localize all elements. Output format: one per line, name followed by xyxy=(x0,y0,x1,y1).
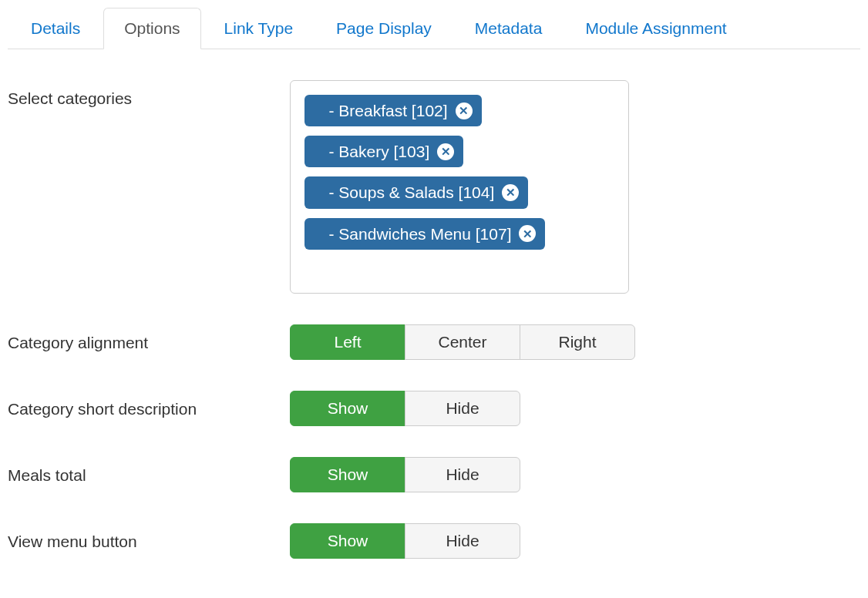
alignment-option-left[interactable]: Left xyxy=(290,324,405,360)
short-desc-toggle: Show Hide xyxy=(290,391,520,426)
meals-total-toggle: Show Hide xyxy=(290,457,520,492)
categories-select[interactable]: - Breakfast [102]✕ - Bakery [103]✕ - Sou… xyxy=(290,80,629,294)
category-tag-label: - Soups & Salads [104] xyxy=(315,183,494,202)
tab-page-display[interactable]: Page Display xyxy=(316,8,452,49)
category-tag[interactable]: - Sandwiches Menu [107]✕ xyxy=(304,218,545,250)
meals-total-show[interactable]: Show xyxy=(290,457,405,492)
tab-link-type[interactable]: Link Type xyxy=(204,8,314,49)
label-view-menu-button: View menu button xyxy=(8,523,290,551)
meals-total-hide[interactable]: Hide xyxy=(405,457,520,492)
tab-details[interactable]: Details xyxy=(11,8,100,49)
label-meals-total: Meals total xyxy=(8,457,290,485)
tab-options[interactable]: Options xyxy=(103,8,200,49)
view-menu-toggle: Show Hide xyxy=(290,523,520,559)
close-icon[interactable]: ✕ xyxy=(437,143,454,160)
close-icon[interactable]: ✕ xyxy=(502,184,519,201)
tab-bar: Details Options Link Type Page Display M… xyxy=(8,8,860,49)
category-tag[interactable]: - Soups & Salads [104]✕ xyxy=(304,176,528,208)
row-select-categories: Select categories - Breakfast [102]✕ - B… xyxy=(8,80,860,294)
short-desc-show[interactable]: Show xyxy=(290,391,405,426)
alignment-toggle: Left Center Right xyxy=(290,324,635,360)
tab-metadata[interactable]: Metadata xyxy=(455,8,563,49)
short-desc-hide[interactable]: Hide xyxy=(405,391,520,426)
category-tag-label: - Breakfast [102] xyxy=(315,101,448,120)
label-select-categories: Select categories xyxy=(8,80,290,108)
view-menu-show[interactable]: Show xyxy=(290,523,405,559)
category-tag-label: - Bakery [103] xyxy=(315,142,429,161)
close-icon[interactable]: ✕ xyxy=(519,225,536,242)
category-tag[interactable]: - Breakfast [102]✕ xyxy=(304,95,482,126)
category-tag[interactable]: - Bakery [103]✕ xyxy=(304,136,463,167)
alignment-option-right[interactable]: Right xyxy=(520,324,635,360)
alignment-option-center[interactable]: Center xyxy=(405,324,520,360)
row-category-alignment: Category alignment Left Center Right xyxy=(8,324,860,360)
close-icon[interactable]: ✕ xyxy=(456,102,473,119)
row-view-menu-button: View menu button Show Hide xyxy=(8,523,860,559)
tab-module-assignment[interactable]: Module Assignment xyxy=(565,8,746,49)
row-meals-total: Meals total Show Hide xyxy=(8,457,860,492)
view-menu-hide[interactable]: Hide xyxy=(405,523,520,559)
label-category-alignment: Category alignment xyxy=(8,324,290,352)
row-category-short-description: Category short description Show Hide xyxy=(8,391,860,426)
category-tag-label: - Sandwiches Menu [107] xyxy=(315,224,511,244)
label-category-short-description: Category short description xyxy=(8,391,290,418)
